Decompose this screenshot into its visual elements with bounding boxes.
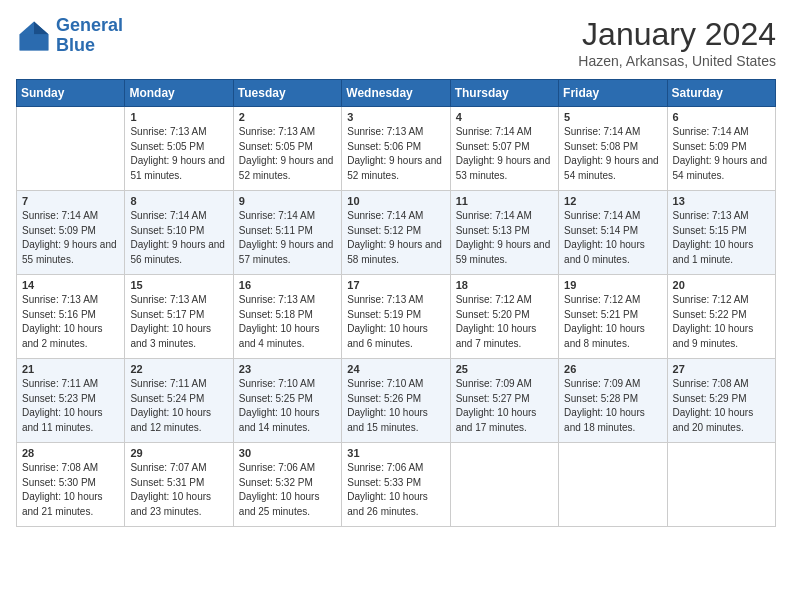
day-info: Sunrise: 7:13 AMSunset: 5:16 PMDaylight:…: [22, 293, 119, 351]
day-info: Sunrise: 7:14 AMSunset: 5:13 PMDaylight:…: [456, 209, 553, 267]
day-info: Sunrise: 7:08 AMSunset: 5:29 PMDaylight:…: [673, 377, 770, 435]
day-number: 1: [130, 111, 227, 123]
day-number: 12: [564, 195, 661, 207]
calendar-cell: 20Sunrise: 7:12 AMSunset: 5:22 PMDayligh…: [667, 275, 775, 359]
day-info: Sunrise: 7:14 AMSunset: 5:11 PMDaylight:…: [239, 209, 336, 267]
calendar-cell: 22Sunrise: 7:11 AMSunset: 5:24 PMDayligh…: [125, 359, 233, 443]
weekday-header-cell: Sunday: [17, 80, 125, 107]
calendar-cell: 8Sunrise: 7:14 AMSunset: 5:10 PMDaylight…: [125, 191, 233, 275]
day-number: 17: [347, 279, 444, 291]
calendar-cell: 4Sunrise: 7:14 AMSunset: 5:07 PMDaylight…: [450, 107, 558, 191]
day-number: 16: [239, 279, 336, 291]
calendar-week-row: 21Sunrise: 7:11 AMSunset: 5:23 PMDayligh…: [17, 359, 776, 443]
calendar-cell: 5Sunrise: 7:14 AMSunset: 5:08 PMDaylight…: [559, 107, 667, 191]
weekday-header-cell: Monday: [125, 80, 233, 107]
month-title: January 2024: [578, 16, 776, 53]
day-number: 4: [456, 111, 553, 123]
calendar-cell: 26Sunrise: 7:09 AMSunset: 5:28 PMDayligh…: [559, 359, 667, 443]
day-info: Sunrise: 7:11 AMSunset: 5:23 PMDaylight:…: [22, 377, 119, 435]
day-number: 22: [130, 363, 227, 375]
calendar-cell: 30Sunrise: 7:06 AMSunset: 5:32 PMDayligh…: [233, 443, 341, 527]
day-number: 5: [564, 111, 661, 123]
calendar-cell: 21Sunrise: 7:11 AMSunset: 5:23 PMDayligh…: [17, 359, 125, 443]
calendar-cell: 28Sunrise: 7:08 AMSunset: 5:30 PMDayligh…: [17, 443, 125, 527]
calendar-week-row: 7Sunrise: 7:14 AMSunset: 5:09 PMDaylight…: [17, 191, 776, 275]
calendar-cell: 24Sunrise: 7:10 AMSunset: 5:26 PMDayligh…: [342, 359, 450, 443]
calendar-cell: 13Sunrise: 7:13 AMSunset: 5:15 PMDayligh…: [667, 191, 775, 275]
day-number: 9: [239, 195, 336, 207]
day-info: Sunrise: 7:06 AMSunset: 5:32 PMDaylight:…: [239, 461, 336, 519]
day-info: Sunrise: 7:13 AMSunset: 5:17 PMDaylight:…: [130, 293, 227, 351]
day-number: 25: [456, 363, 553, 375]
day-number: 18: [456, 279, 553, 291]
day-number: 14: [22, 279, 119, 291]
weekday-header-row: SundayMondayTuesdayWednesdayThursdayFrid…: [17, 80, 776, 107]
day-info: Sunrise: 7:12 AMSunset: 5:21 PMDaylight:…: [564, 293, 661, 351]
day-number: 19: [564, 279, 661, 291]
calendar-cell: 18Sunrise: 7:12 AMSunset: 5:20 PMDayligh…: [450, 275, 558, 359]
calendar-cell: 29Sunrise: 7:07 AMSunset: 5:31 PMDayligh…: [125, 443, 233, 527]
location: Hazen, Arkansas, United States: [578, 53, 776, 69]
logo: General Blue: [16, 16, 123, 56]
day-info: Sunrise: 7:06 AMSunset: 5:33 PMDaylight:…: [347, 461, 444, 519]
day-number: 29: [130, 447, 227, 459]
day-number: 6: [673, 111, 770, 123]
day-info: Sunrise: 7:13 AMSunset: 5:15 PMDaylight:…: [673, 209, 770, 267]
calendar-cell: 31Sunrise: 7:06 AMSunset: 5:33 PMDayligh…: [342, 443, 450, 527]
calendar-cell: 12Sunrise: 7:14 AMSunset: 5:14 PMDayligh…: [559, 191, 667, 275]
calendar-cell: 23Sunrise: 7:10 AMSunset: 5:25 PMDayligh…: [233, 359, 341, 443]
day-number: 30: [239, 447, 336, 459]
calendar-cell: 17Sunrise: 7:13 AMSunset: 5:19 PMDayligh…: [342, 275, 450, 359]
calendar-cell: 14Sunrise: 7:13 AMSunset: 5:16 PMDayligh…: [17, 275, 125, 359]
day-info: Sunrise: 7:14 AMSunset: 5:07 PMDaylight:…: [456, 125, 553, 183]
calendar-body: 1Sunrise: 7:13 AMSunset: 5:05 PMDaylight…: [17, 107, 776, 527]
calendar-cell: 27Sunrise: 7:08 AMSunset: 5:29 PMDayligh…: [667, 359, 775, 443]
day-number: 21: [22, 363, 119, 375]
calendar-cell: [17, 107, 125, 191]
calendar-cell: 10Sunrise: 7:14 AMSunset: 5:12 PMDayligh…: [342, 191, 450, 275]
day-info: Sunrise: 7:14 AMSunset: 5:12 PMDaylight:…: [347, 209, 444, 267]
day-info: Sunrise: 7:14 AMSunset: 5:08 PMDaylight:…: [564, 125, 661, 183]
calendar-cell: 1Sunrise: 7:13 AMSunset: 5:05 PMDaylight…: [125, 107, 233, 191]
day-number: 7: [22, 195, 119, 207]
day-number: 26: [564, 363, 661, 375]
weekday-header-cell: Wednesday: [342, 80, 450, 107]
day-number: 27: [673, 363, 770, 375]
day-number: 11: [456, 195, 553, 207]
day-info: Sunrise: 7:13 AMSunset: 5:05 PMDaylight:…: [239, 125, 336, 183]
weekday-header-cell: Friday: [559, 80, 667, 107]
calendar-cell: [450, 443, 558, 527]
day-number: 24: [347, 363, 444, 375]
day-number: 2: [239, 111, 336, 123]
day-info: Sunrise: 7:14 AMSunset: 5:10 PMDaylight:…: [130, 209, 227, 267]
svg-marker-1: [34, 21, 48, 34]
calendar-cell: 16Sunrise: 7:13 AMSunset: 5:18 PMDayligh…: [233, 275, 341, 359]
day-info: Sunrise: 7:13 AMSunset: 5:05 PMDaylight:…: [130, 125, 227, 183]
day-number: 10: [347, 195, 444, 207]
day-info: Sunrise: 7:10 AMSunset: 5:26 PMDaylight:…: [347, 377, 444, 435]
calendar-table: SundayMondayTuesdayWednesdayThursdayFrid…: [16, 79, 776, 527]
logo-icon: [16, 18, 52, 54]
day-number: 28: [22, 447, 119, 459]
calendar-cell: 15Sunrise: 7:13 AMSunset: 5:17 PMDayligh…: [125, 275, 233, 359]
day-info: Sunrise: 7:14 AMSunset: 5:09 PMDaylight:…: [673, 125, 770, 183]
weekday-header-cell: Tuesday: [233, 80, 341, 107]
weekday-header-cell: Saturday: [667, 80, 775, 107]
calendar-cell: 19Sunrise: 7:12 AMSunset: 5:21 PMDayligh…: [559, 275, 667, 359]
svg-rect-2: [20, 34, 49, 50]
day-number: 8: [130, 195, 227, 207]
calendar-cell: 9Sunrise: 7:14 AMSunset: 5:11 PMDaylight…: [233, 191, 341, 275]
day-number: 3: [347, 111, 444, 123]
day-number: 13: [673, 195, 770, 207]
day-info: Sunrise: 7:13 AMSunset: 5:19 PMDaylight:…: [347, 293, 444, 351]
day-info: Sunrise: 7:13 AMSunset: 5:06 PMDaylight:…: [347, 125, 444, 183]
day-info: Sunrise: 7:09 AMSunset: 5:28 PMDaylight:…: [564, 377, 661, 435]
day-info: Sunrise: 7:11 AMSunset: 5:24 PMDaylight:…: [130, 377, 227, 435]
day-info: Sunrise: 7:07 AMSunset: 5:31 PMDaylight:…: [130, 461, 227, 519]
day-number: 20: [673, 279, 770, 291]
weekday-header-cell: Thursday: [450, 80, 558, 107]
logo-line1: General: [56, 15, 123, 35]
logo-text: General Blue: [56, 16, 123, 56]
day-number: 31: [347, 447, 444, 459]
title-block: January 2024 Hazen, Arkansas, United Sta…: [578, 16, 776, 69]
